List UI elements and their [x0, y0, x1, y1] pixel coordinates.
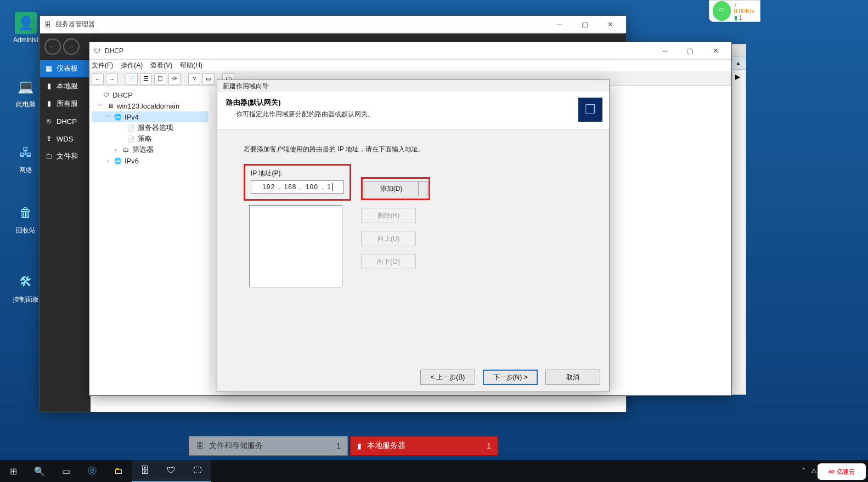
taskview-icon[interactable]: ▭: [53, 460, 79, 482]
sidebar-item-dhcp[interactable]: ⎋DHCP: [40, 112, 91, 130]
tree-server-options[interactable]: 📄服务器选项: [92, 122, 208, 133]
tool-refresh-icon[interactable]: ⟳: [168, 73, 181, 84]
back-button[interactable]: < 上一步(B): [420, 370, 475, 385]
wizard-heading: 路由器(默认网关): [226, 98, 600, 107]
tray-network-warn-icon[interactable]: ⚠: [811, 467, 817, 475]
server-manager-icon: 🗄: [43, 20, 52, 29]
cancel-button[interactable]: 取消: [545, 370, 600, 385]
wizard-title: 新建作用域向导: [217, 80, 609, 92]
menu-view[interactable]: 查看(V): [150, 61, 172, 70]
tray-chevron-up-icon[interactable]: ˄: [802, 467, 805, 475]
back-arrow-icon[interactable]: ←: [44, 38, 61, 55]
dhcp-icon: 🛡: [93, 47, 102, 55]
tree-root[interactable]: 🛡DHCP: [92, 89, 208, 100]
chevron-right-icon: ▶: [735, 73, 740, 81]
close-button[interactable]: ✕: [703, 42, 728, 60]
ip-input-group: IP 地址(P): 192. 168. 100. 1: [244, 164, 351, 201]
network-speed-overlay: ⌔ ↕ 0.00K/s ▮ 1: [709, 0, 760, 22]
wifi-icon: ⌔: [713, 1, 731, 21]
minimize-button[interactable]: ─: [547, 16, 572, 33]
sidebar-item-all[interactable]: ▮所有服: [40, 95, 91, 112]
task-monitor[interactable]: 🖵: [184, 460, 211, 482]
start-button[interactable]: ⊞: [0, 460, 26, 482]
desktop: 👤 Administ 💻 此电脑 🖧 网络 🗑 回收站 🛠 控制面板 ⌔ ↕ 0…: [0, 0, 868, 482]
chevron-up-icon[interactable]: ▲: [735, 60, 741, 66]
server-manager-titlebar[interactable]: 🗄 服务器管理器 ─ ▢ ✕: [40, 16, 626, 33]
ip-address-input[interactable]: 192. 168. 100. 1: [251, 180, 344, 194]
dhcp-titlebar[interactable]: 🛡 DHCP ─ ▢ ✕: [89, 42, 731, 60]
next-button[interactable]: 下一步(N) >: [483, 370, 538, 385]
tree-policies[interactable]: 📄策略: [92, 133, 208, 144]
minimize-button[interactable]: ─: [652, 42, 678, 60]
tool-up-icon[interactable]: 📄: [126, 73, 138, 84]
new-scope-wizard: 新建作用域向导 路由器(默认网关) 你可指定此作用域要分配的路由器或默认网关。 …: [217, 80, 610, 392]
tree-ipv6[interactable]: ›🌐IPv6: [92, 155, 208, 166]
wizard-header-icon: ❒: [578, 98, 602, 122]
window-title: DHCP: [105, 47, 123, 55]
sidebar-item-dashboard[interactable]: ▦仪表板: [40, 60, 91, 77]
dhcp-tree: 🛡DHCP ﹀🖥win123.localdomain ﹀🌐IPv4 📄服务器选项…: [89, 86, 211, 395]
watermark: ∞亿速云: [818, 463, 866, 480]
wizard-instruction: 若要添加客户端使用的路由器的 IP 地址，请在下面输入地址。: [244, 145, 583, 154]
close-button[interactable]: ✕: [598, 16, 623, 33]
menu-file[interactable]: 文件(F): [92, 61, 113, 70]
ip-label: IP 地址(P):: [251, 169, 344, 178]
menu-bar: 文件(F) 操作(A) 查看(V) 帮助(H): [89, 60, 731, 72]
tool-help-icon[interactable]: ?: [188, 73, 200, 84]
menu-help[interactable]: 帮助(H): [180, 61, 202, 70]
menu-action[interactable]: 操作(A): [121, 61, 143, 70]
ip-listbox[interactable]: [249, 205, 342, 287]
ie-icon[interactable]: ⓔ: [79, 460, 105, 482]
wizard-description: 你可指定此作用域要分配的路由器或默认网关。: [236, 110, 600, 119]
sidebar-item-local[interactable]: ▮本地服: [40, 77, 91, 95]
tree-ipv4[interactable]: ﹀🌐IPv4: [92, 111, 208, 122]
search-icon[interactable]: 🔍: [26, 460, 53, 482]
add-button-highlight: 添加(D): [361, 177, 430, 200]
sidebar-item-files[interactable]: 🗀文件和: [40, 148, 91, 165]
maximize-button[interactable]: ▢: [678, 42, 703, 60]
server-manager-sidebar: ▦仪表板 ▮本地服 ▮所有服 ⎋DHCP ⇪WDS 🗀文件和: [40, 60, 91, 412]
down-button: 向下(O): [361, 254, 416, 269]
window-title: 服务器管理器: [55, 20, 95, 29]
add-button[interactable]: 添加(D): [364, 181, 419, 196]
task-dhcp[interactable]: 🛡: [158, 460, 184, 482]
tile-local-server[interactable]: ▮ 本地服务器 1: [350, 436, 498, 456]
forward-arrow-icon[interactable]: →: [63, 38, 80, 55]
add-dropdown-icon[interactable]: [419, 181, 427, 196]
taskbar: ⊞ 🔍 ▭ ⓔ 🗀 🗄 🛡 🖵 ˄ ⚠ 🔊 中 18:54 2019/: [0, 460, 868, 482]
task-server-manager[interactable]: 🗄: [132, 460, 158, 482]
remove-button: 删除(R): [361, 208, 416, 223]
tool-back-icon[interactable]: ←: [92, 73, 104, 84]
explorer-icon[interactable]: 🗀: [105, 460, 132, 482]
tool-prop-icon[interactable]: ☐: [154, 73, 166, 84]
tool-list-icon[interactable]: ☰: [140, 73, 152, 84]
tree-server[interactable]: ﹀🖥win123.localdomain: [92, 100, 208, 111]
tool-export-icon[interactable]: ▭: [202, 73, 215, 84]
sidebar-item-wds[interactable]: ⇪WDS: [40, 130, 91, 148]
tool-fwd-icon[interactable]: →: [106, 73, 118, 84]
maximize-button[interactable]: ▢: [572, 16, 598, 33]
tile-file-storage[interactable]: 🗄 文件和存储服务 1: [189, 436, 348, 456]
tree-filters[interactable]: ›🗂筛选器: [92, 144, 208, 155]
up-button: 向上(U): [361, 231, 416, 246]
